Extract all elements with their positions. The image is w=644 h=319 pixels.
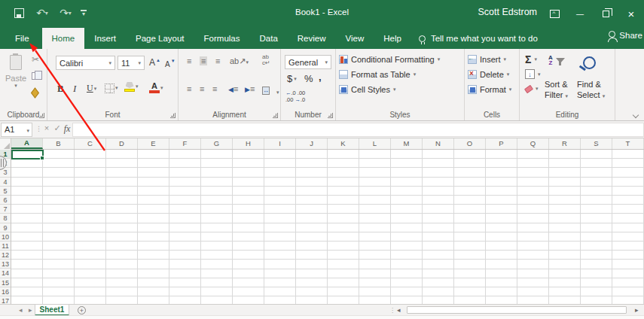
new-sheet-button[interactable]: + — [78, 306, 86, 314]
fill-color-dropdown-icon[interactable]: ▾ — [136, 84, 139, 90]
top-align-button[interactable]: ≡ — [187, 56, 191, 66]
tab-home[interactable]: Home — [42, 28, 85, 49]
tab-help[interactable]: Help — [374, 28, 411, 49]
column-header-T[interactable]: T — [612, 138, 644, 149]
row-header-16[interactable]: 16 — [0, 287, 11, 296]
merge-center-button[interactable]: ↔ — [262, 84, 270, 95]
orientation-button[interactable]: ab↗▾ — [230, 56, 249, 68]
increase-font-size-button[interactable]: A▲ — [149, 57, 160, 68]
paste-dropdown-icon[interactable]: ▾ — [14, 83, 17, 89]
row-header-13[interactable]: 13 — [0, 260, 11, 269]
column-header-K[interactable]: K — [328, 138, 359, 149]
sort-filter-button[interactable]: AZ — [548, 55, 565, 65]
decrease-indent-button[interactable]: ◀≡ — [228, 84, 238, 95]
tab-formulas[interactable]: Formulas — [194, 28, 250, 49]
number-dialog-launcher-icon[interactable] — [328, 113, 333, 118]
font-color-dropdown-icon[interactable]: ▾ — [160, 85, 163, 91]
merge-dropdown-icon[interactable]: ▾ — [276, 86, 279, 98]
fill-button[interactable]: ↓▾ — [525, 69, 541, 79]
bottom-align-button[interactable]: ≡ — [215, 56, 220, 66]
align-left-button[interactable]: ≡ — [187, 84, 191, 94]
wrap-text-button[interactable]: abc↵ — [262, 54, 270, 66]
conditional-formatting-button[interactable]: Conditional Formatting ▾ — [339, 55, 440, 64]
increase-decimal-button[interactable]: ←.0 .00 — [285, 90, 305, 96]
select-all-button[interactable] — [0, 138, 11, 150]
paste-button[interactable]: Paste ▾ — [2, 53, 29, 103]
close-button[interactable]: × — [618, 0, 644, 28]
tab-review[interactable]: Review — [288, 28, 336, 49]
row-header-5[interactable]: 5 — [0, 187, 11, 196]
row-header-14[interactable]: 14 — [0, 269, 11, 278]
tab-insert[interactable]: Insert — [84, 28, 126, 49]
middle-align-button[interactable]: ≡ — [200, 56, 207, 66]
row-header-12[interactable]: 12 — [0, 251, 11, 260]
formula-input[interactable] — [72, 123, 644, 137]
column-header-P[interactable]: P — [486, 138, 517, 149]
font-color-button[interactable]: A▾ — [149, 82, 163, 93]
row-header-9[interactable]: 9 — [0, 223, 11, 232]
autosum-button[interactable]: Σ▾ — [525, 53, 537, 65]
next-sheet-button[interactable]: ▸ — [29, 306, 32, 314]
scrollbar-splitter[interactable]: ⋮ — [389, 307, 395, 314]
enter-button[interactable]: ✓ — [52, 123, 63, 133]
borders-button[interactable]: ▾ — [105, 84, 118, 93]
column-header-E[interactable]: E — [138, 138, 169, 149]
name-box[interactable]: A1▾ — [1, 123, 32, 137]
column-header-A[interactable]: A — [11, 138, 43, 149]
row-header-17[interactable]: 17 — [0, 296, 11, 304]
scroll-left-button[interactable]: ◂ — [397, 306, 401, 314]
column-header-H[interactable]: H — [233, 138, 264, 149]
column-header-S[interactable]: S — [581, 138, 612, 149]
row-header-10[interactable]: 10 — [0, 232, 11, 242]
cancel-button[interactable]: × — [41, 123, 52, 132]
row-header-15[interactable]: 15 — [0, 278, 11, 287]
borders-dropdown-icon[interactable]: ▾ — [115, 85, 118, 91]
find-select-label[interactable]: Find &Select ▾ — [577, 79, 605, 102]
column-header-Q[interactable]: Q — [517, 138, 549, 149]
clipboard-dialog-launcher-icon[interactable] — [39, 113, 44, 118]
format-painter-button[interactable] — [32, 87, 42, 99]
tab-page-layout[interactable]: Page Layout — [126, 28, 194, 49]
sheet-tab-sheet1[interactable]: Sheet1 — [35, 305, 69, 316]
font-size-combo[interactable]: 11▾ — [118, 56, 145, 70]
worksheet-grid[interactable]: 1234567891011121314151617 — [0, 150, 644, 304]
font-family-combo[interactable]: Calibri▾ — [56, 56, 115, 70]
tab-view[interactable]: View — [336, 28, 374, 49]
decrease-decimal-button[interactable]: .00 →.0 — [285, 97, 305, 103]
row-header-7[interactable]: 7 — [0, 205, 11, 214]
tell-me-box[interactable]: Tell me what you want to do — [419, 28, 538, 49]
accounting-dropdown-icon[interactable]: ▾ — [294, 76, 297, 82]
tab-file[interactable]: File — [2, 28, 42, 49]
column-header-C[interactable]: C — [75, 138, 106, 149]
delete-cells-button[interactable]: Delete ▾ — [468, 70, 509, 79]
restore-button[interactable] — [593, 0, 618, 28]
name-box-dropdown-icon[interactable]: ▾ — [26, 128, 29, 134]
cells-area[interactable] — [11, 150, 644, 304]
underline-button[interactable]: U▾ — [87, 83, 96, 94]
insert-cells-button[interactable]: Insert ▾ — [468, 55, 506, 64]
clear-button[interactable]: ▾ — [525, 86, 539, 92]
column-header-G[interactable]: G — [201, 138, 233, 149]
cell-styles-button[interactable]: Cell Styles ▾ — [339, 85, 395, 94]
column-header-O[interactable]: O — [454, 138, 486, 149]
previous-sheet-button[interactable]: ◂ — [19, 306, 23, 314]
copy-button[interactable]: ▾ — [32, 70, 42, 82]
number-format-combo[interactable]: General▾ — [285, 55, 331, 69]
decrease-font-size-button[interactable]: A▼ — [165, 59, 175, 68]
column-header-M[interactable]: M — [391, 138, 423, 149]
tab-data[interactable]: Data — [250, 28, 288, 49]
center-button[interactable]: ≡ — [200, 84, 204, 94]
column-header-B[interactable]: B — [43, 138, 75, 149]
row-header-6[interactable]: 6 — [0, 196, 11, 205]
format-cells-button[interactable]: Format ▾ — [468, 85, 511, 94]
row-header-11[interactable]: 11 — [0, 242, 11, 251]
font-dialog-launcher-icon[interactable] — [170, 113, 175, 118]
share-button[interactable]: Share — [609, 31, 642, 40]
column-header-R[interactable]: R — [549, 138, 581, 149]
scroll-right-button[interactable]: ▸ — [635, 306, 639, 314]
cut-button[interactable]: ✂ — [32, 53, 42, 65]
selected-cell-a1[interactable] — [11, 150, 44, 160]
collapse-ribbon-icon[interactable] — [633, 112, 639, 118]
align-right-button[interactable]: ≡ — [212, 84, 217, 94]
column-header-F[interactable]: F — [169, 138, 201, 149]
